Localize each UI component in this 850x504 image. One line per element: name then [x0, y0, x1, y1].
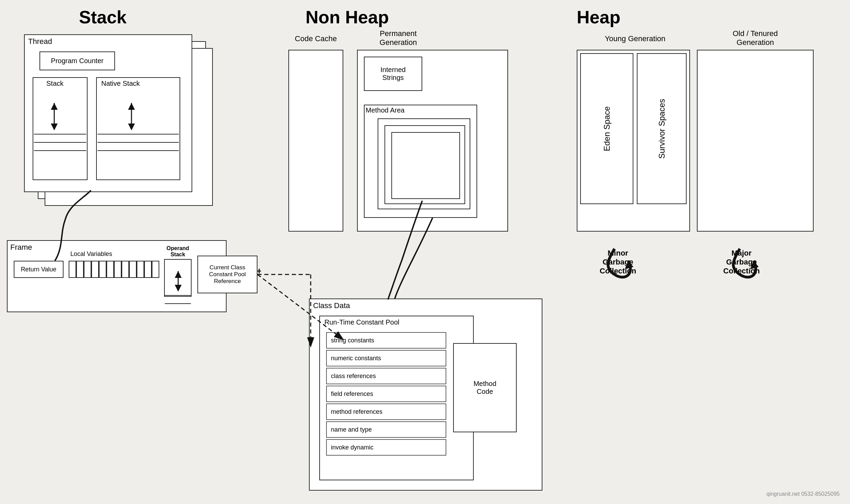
frame-label: Frame — [10, 243, 32, 252]
perm-gen-label: PermanentGeneration — [364, 29, 433, 47]
cp-item-class-references: class references — [326, 368, 446, 384]
native-stack-box — [96, 77, 180, 180]
major-gc-label: MajorGarbageCollection — [707, 249, 776, 276]
stack-title: Stack — [79, 7, 127, 27]
class-data-label: Class Data — [313, 301, 350, 310]
minor-gc-label: MinorGarbageCollection — [584, 249, 652, 276]
rtcp-label: Run-Time Constant Pool — [324, 318, 399, 326]
interned-strings-box: InternedStrings — [364, 57, 422, 91]
cp-item-numeric-constants: numeric constants — [326, 350, 446, 366]
cp-item-name-and-type: name and type — [326, 421, 446, 438]
survivor-spaces-box: Survivor Spaces — [637, 53, 687, 204]
native-stack-label: Native Stack — [101, 80, 140, 87]
method-area-inner-3 — [391, 132, 460, 199]
stack-lines — [34, 134, 86, 159]
operand-hlines — [165, 288, 191, 312]
method-code-label: MethodCode — [473, 380, 496, 396]
cp-item-string-constants: string constants — [326, 332, 446, 349]
operand-stack-label: OperandStack — [164, 245, 192, 258]
method-area-label: Method Area — [366, 106, 404, 114]
code-cache-label: Code Cache — [288, 34, 343, 43]
thread-label: Thread — [28, 37, 52, 46]
cp-item-field-references: field references — [326, 386, 446, 402]
eden-space-label: Eden Space — [602, 106, 612, 151]
cp-item-method-references: method references — [326, 403, 446, 420]
ccpr-label: Current ClassConstant PoolReference — [209, 264, 246, 285]
eden-space-box: Eden Space — [580, 53, 633, 204]
nonheap-title: Non Heap — [306, 7, 389, 27]
return-value-box: Return Value — [14, 261, 64, 278]
code-cache-box — [288, 50, 343, 232]
program-counter-box: Program Counter — [39, 51, 115, 70]
old-gen-box — [697, 50, 814, 232]
survivor-spaces-label: Survivor Spaces — [657, 99, 667, 159]
stack-inner-label: Stack — [46, 80, 64, 87]
ccpr-box: Current ClassConstant PoolReference — [197, 256, 257, 293]
cp-item-invoke-dynamic: invoke dynamic — [326, 439, 446, 456]
watermark: qingruanit.net 0532-85025095 — [766, 491, 840, 497]
heap-title: Heap — [577, 7, 620, 27]
local-vars-label: Local Variables — [70, 250, 112, 258]
stack-inner-box — [33, 77, 88, 180]
local-vars-grid — [69, 261, 159, 278]
major-gc-area: MajorGarbageCollection — [707, 247, 776, 276]
old-gen-label: Old / TenuredGeneration — [705, 29, 805, 47]
native-lines — [97, 134, 179, 159]
method-code-box: MethodCode — [453, 343, 517, 432]
young-gen-label: Young Generation — [584, 34, 687, 43]
interned-strings-label: InternedStrings — [380, 66, 405, 82]
minor-gc-area: MinorGarbageCollection — [584, 247, 652, 276]
